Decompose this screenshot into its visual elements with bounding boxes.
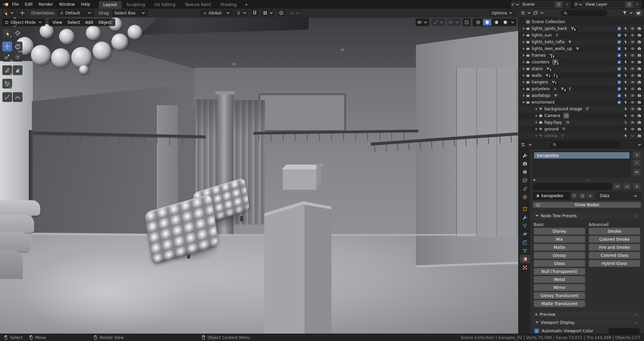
material-slot-selected[interactable]: kanapedes (534, 152, 630, 159)
material-slots-list[interactable]: kanapedes (533, 151, 631, 177)
selectable-icon[interactable] (624, 87, 628, 91)
tab-modifiers[interactable] (520, 213, 530, 221)
outliner-row[interactable]: polyeleio 4 (519, 86, 644, 92)
tab-layout[interactable]: Layout (99, 1, 122, 9)
scene-stair-step[interactable] (0, 215, 34, 233)
exclude-checkbox[interactable] (617, 67, 621, 71)
selectable-icon[interactable] (624, 60, 628, 64)
hide-eye-icon[interactable] (631, 127, 635, 131)
snap-settings-dropdown[interactable] (261, 10, 275, 16)
move-tool[interactable] (2, 42, 12, 51)
add-workspace-button[interactable]: + (241, 1, 251, 9)
options-dropdown[interactable]: Options (489, 10, 516, 16)
tab-shading[interactable]: Shading (216, 1, 241, 9)
expand-icon[interactable] (534, 134, 539, 137)
filter-icon[interactable] (622, 10, 627, 15)
outliner-row-active[interactable]: counters 5 (519, 59, 644, 65)
scale-tool[interactable] (2, 52, 12, 62)
properties-editor-icon[interactable] (521, 142, 526, 147)
move-tool-icon[interactable] (18, 10, 26, 16)
outliner-row-scene-collection[interactable]: Scene Collection (519, 18, 644, 25)
scene-selector[interactable]: Scene (511, 1, 571, 8)
view-layer-new-button[interactable] (625, 1, 633, 8)
outliner-row-enviroment[interactable]: enviroment (519, 99, 644, 106)
tab-sculpting[interactable]: Sculpting (122, 1, 150, 9)
render-camera-icon[interactable] (637, 26, 641, 31)
view-layer-delete-button[interactable] (633, 1, 641, 8)
blender-logo-icon[interactable] (3, 1, 9, 8)
chevron-down-icon[interactable] (629, 10, 634, 15)
collapse-icon[interactable] (521, 102, 526, 103)
preset-hybrid-glass-button[interactable]: Hybrid Glass (589, 260, 640, 267)
outliner-row[interactable]: lights_sun (519, 32, 644, 39)
selectable-icon[interactable] (624, 114, 628, 118)
tab-constraints[interactable] (520, 238, 530, 246)
menu-view[interactable]: View (50, 20, 65, 25)
expand-icon[interactable] (521, 27, 526, 30)
mode-dropdown[interactable]: Object Mode (2, 18, 45, 26)
render-camera-icon[interactable] (637, 80, 641, 84)
exclude-checkbox[interactable] (617, 94, 621, 98)
outliner-row[interactable]: lights_iees_walls_up (519, 45, 644, 52)
copy-material-button[interactable] (578, 192, 586, 200)
exclude-checkbox[interactable] (617, 73, 621, 77)
tab-texture-paint[interactable]: Texture Paint (180, 1, 215, 9)
tab-scene[interactable] (520, 184, 530, 193)
wireframe-shading-button[interactable] (474, 19, 482, 25)
tab-tool[interactable] (520, 151, 530, 159)
selectable-icon[interactable] (624, 26, 628, 31)
render-camera-icon[interactable] (637, 87, 641, 91)
render-camera-icon[interactable] (637, 107, 641, 111)
exclude-checkbox[interactable] (617, 26, 621, 31)
hide-eye-icon[interactable] (631, 87, 635, 91)
slot-filter-input[interactable] (533, 183, 612, 190)
exclude-checkbox[interactable] (617, 87, 621, 91)
sort-alpha-button[interactable] (623, 183, 631, 190)
menu-object[interactable]: Object (96, 20, 114, 25)
expand-icon[interactable] (521, 81, 526, 83)
preset-colored-glass-button[interactable]: Colored Glass (589, 252, 640, 259)
scene-chandelier[interactable] (13, 17, 148, 82)
tab-particles[interactable] (520, 221, 530, 230)
outliner-row-object[interactable]: Camera (519, 112, 644, 119)
shading-options-chevron[interactable] (510, 20, 515, 25)
menu-add[interactable]: Add (83, 20, 96, 25)
selectable-icon[interactable] (624, 107, 628, 111)
expand-icon[interactable] (534, 128, 539, 130)
visibility-dropdown[interactable] (416, 18, 429, 26)
selectable-icon[interactable] (624, 94, 628, 98)
selectable-icon[interactable] (624, 120, 628, 124)
outliner-row[interactable]: frames 13 (519, 52, 644, 59)
outliner-search-input[interactable] (561, 10, 607, 16)
tab-world[interactable] (520, 193, 530, 201)
cursor-tool[interactable] (13, 28, 22, 38)
selectable-icon[interactable] (624, 40, 628, 44)
expand-icon[interactable] (521, 74, 526, 77)
outliner-row[interactable]: asofatopi (519, 92, 644, 99)
hide-eye-icon[interactable] (631, 120, 635, 124)
expand-icon[interactable] (521, 94, 526, 97)
hide-eye-icon[interactable] (631, 60, 635, 64)
proportional-falloff-dropdown[interactable] (288, 10, 302, 16)
selectable-icon[interactable] (624, 53, 628, 57)
scene-stair-step[interactable] (0, 200, 40, 216)
menu-edit[interactable]: Edit (22, 1, 36, 8)
tab-view-layer[interactable] (520, 176, 530, 184)
xray-toggle[interactable] (463, 18, 471, 26)
transform-tool[interactable] (13, 52, 22, 62)
preset-matte-translucent-button[interactable]: Matte Translucent (534, 300, 585, 307)
outliner-row-object[interactable]: fspy.fspy (519, 119, 644, 126)
preset-glossy-button[interactable]: Glossy (534, 252, 585, 259)
sort-reverse-button[interactable] (633, 183, 641, 190)
expand-icon[interactable] (521, 41, 526, 43)
preset-fire-smoke-button[interactable]: Fire and Smoke (589, 244, 640, 251)
hide-eye-icon[interactable] (631, 33, 635, 37)
expand-icon[interactable] (521, 61, 526, 63)
render-camera-icon[interactable] (637, 33, 641, 37)
add-cube-tool[interactable] (2, 79, 12, 89)
expand-icon[interactable] (521, 47, 526, 50)
extra-brush-tool[interactable] (2, 92, 12, 102)
selectable-icon[interactable] (624, 80, 628, 84)
hide-eye-icon[interactable] (631, 26, 635, 31)
exclude-checkbox[interactable] (617, 40, 621, 44)
